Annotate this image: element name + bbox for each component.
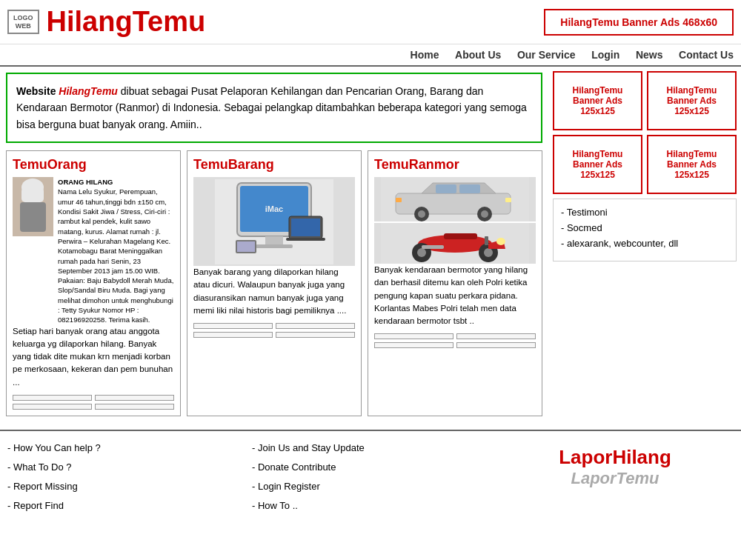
footer-link-5[interactable]: - Join Us and Stay Update	[252, 439, 489, 458]
card-orang-buttons	[13, 395, 174, 410]
footer-link-4[interactable]: - Report Find	[7, 496, 245, 516]
barang-btn-3[interactable]	[193, 332, 273, 338]
sidebar-ad-3[interactable]: HilangTemuBanner Ads125x125	[553, 135, 642, 194]
nav-login[interactable]: Login	[591, 49, 619, 61]
card-temu-ranmor: TemuRanmor	[368, 150, 542, 416]
svg-point-35	[496, 238, 505, 245]
bike-image	[374, 223, 536, 264]
sidebar-ad-4[interactable]: HilangTemuBanner Ads125x125	[647, 135, 737, 194]
card-barang-buttons	[193, 323, 355, 338]
svg-rect-4	[20, 202, 46, 232]
svg-rect-34	[422, 245, 444, 249]
svg-rect-25	[396, 198, 402, 202]
card-temu-barang: TemuBarang iMac	[187, 150, 362, 416]
svg-rect-32	[444, 233, 477, 239]
svg-rect-18	[436, 184, 456, 193]
brand-hilang: Hilang	[612, 446, 671, 468]
intro-box: Website HilangTemu dibuat sebagai Pusat …	[6, 73, 542, 143]
sidebar-links: - Testimoni - Socmed - alexarank, webcou…	[553, 199, 737, 261]
logo-line2: WEB	[13, 22, 33, 30]
banner-ads[interactable]: HilangTemu Banner Ads 468x60	[544, 9, 734, 36]
site-name-red: Temu	[133, 6, 206, 37]
footer-col-2: - Join Us and Stay Update - Donate Contr…	[252, 439, 489, 516]
site-title: HilangTemu	[47, 6, 206, 38]
nav: Home About Us Our Service Login News Con…	[0, 44, 741, 67]
ranmor-images	[374, 177, 536, 264]
nav-contact[interactable]: Contact Us	[679, 49, 734, 61]
svg-rect-19	[459, 184, 480, 193]
card-ranmor-title: TemuRanmor	[374, 157, 536, 173]
sidebar: HilangTemuBanner Ads125x125 HilangTemuBa…	[548, 67, 741, 430]
footer-brand-main: LaporHilang	[496, 446, 734, 469]
svg-rect-8	[265, 236, 283, 245]
svg-rect-33	[485, 236, 488, 245]
car-image	[374, 177, 536, 221]
svg-rect-9	[256, 244, 293, 248]
svg-point-29	[417, 248, 426, 257]
svg-rect-17	[396, 193, 511, 214]
svg-point-21	[418, 210, 425, 218]
ranmor-btn-3[interactable]	[374, 342, 453, 348]
ranmor-btn-1[interactable]	[374, 333, 453, 339]
footer-link-3[interactable]: - Report Missing	[7, 477, 245, 496]
card-temu-orang: TemuOrang	[6, 150, 181, 416]
barang-btn-2[interactable]	[276, 323, 355, 329]
card-orang-title: TemuOrang	[13, 157, 174, 173]
footer-link-6[interactable]: - Donate Contribute	[252, 458, 489, 477]
svg-rect-13	[286, 238, 325, 241]
nav-news[interactable]: News	[636, 49, 663, 61]
barang-btn-4[interactable]	[276, 332, 355, 338]
svg-rect-12	[291, 219, 320, 236]
svg-rect-15	[237, 241, 255, 252]
sidebar-ads-bottom: HilangTemuBanner Ads125x125 HilangTemuBa…	[553, 135, 737, 194]
ranmor-btn-4[interactable]	[456, 342, 536, 348]
orang-btn-4[interactable]	[95, 404, 174, 410]
person-card: ORANG HILANG Nama Lelu Syukur, Perempuan…	[13, 177, 174, 324]
svg-text:iMac: iMac	[265, 204, 283, 213]
barang-btn-1[interactable]	[193, 323, 273, 329]
orang-btn-1[interactable]	[13, 395, 92, 401]
svg-point-31	[484, 248, 493, 257]
footer-link-2[interactable]: - What To Do ?	[7, 458, 245, 477]
card-orang-text: Setiap hari banyak orang atau anggota ke…	[13, 325, 174, 389]
orang-btn-2[interactable]	[95, 395, 174, 401]
barang-image: iMac	[193, 177, 355, 266]
card-ranmor-text: Banyak kendaraan bermotor yang hilang da…	[374, 264, 536, 327]
footer-link-1[interactable]: - How You Can help ?	[7, 439, 245, 458]
svg-rect-24	[505, 198, 511, 202]
sidebar-link-3[interactable]: - alexarank, webcounter, dll	[561, 238, 728, 249]
main: Website HilangTemu dibuat sebagai Pusat …	[0, 67, 741, 430]
banner-ads-text: HilangTemu Banner Ads 468x60	[560, 16, 717, 28]
intro-site-name: Website HilangTemu	[16, 85, 118, 97]
svg-point-23	[481, 210, 488, 218]
site-name-black: Hilang	[47, 6, 133, 37]
footer-link-7[interactable]: - Login Register	[252, 477, 489, 496]
sidebar-link-2[interactable]: - Socmed	[561, 222, 728, 233]
nav-service[interactable]: Our Service	[517, 49, 576, 61]
footer-brand: LaporHilang LaporTemu	[496, 439, 734, 516]
card-barang-text: Banyak barang yang dilaporkan hilang ata…	[193, 266, 355, 317]
sidebar-link-1[interactable]: - Testimoni	[561, 207, 728, 218]
footer-col-1: - How You Can help ? - What To Do ? - Re…	[7, 439, 245, 516]
nav-about[interactable]: About Us	[455, 49, 501, 61]
footer-brand-sub: LaporTemu	[496, 469, 734, 488]
cards-row: TemuOrang	[6, 150, 542, 416]
svg-rect-3	[21, 187, 44, 202]
card-ranmor-buttons	[374, 333, 536, 348]
sidebar-ad-2[interactable]: HilangTemuBanner Ads125x125	[647, 71, 737, 130]
sidebar-ad-1[interactable]: HilangTemuBanner Ads125x125	[553, 71, 642, 130]
header: LOGO WEB HilangTemu HilangTemu Banner Ad…	[0, 0, 741, 44]
sidebar-ads-top: HilangTemuBanner Ads125x125 HilangTemuBa…	[553, 71, 737, 130]
logo-box: LOGO WEB	[7, 10, 39, 35]
person-image	[13, 177, 53, 236]
person-details: ORANG HILANG Nama Lelu Syukur, Perempuan…	[58, 177, 174, 324]
footer-link-8[interactable]: - How To ..	[252, 496, 489, 516]
card-barang-title: TemuBarang	[193, 157, 355, 173]
logo-line1: LOGO	[13, 14, 33, 22]
ranmor-btn-2[interactable]	[456, 333, 536, 339]
nav-home[interactable]: Home	[411, 49, 439, 61]
content-area: Website HilangTemu dibuat sebagai Pusat …	[0, 67, 548, 430]
brand-lapor: Lapor	[559, 446, 612, 468]
orang-btn-3[interactable]	[13, 404, 92, 410]
footer: - How You Can help ? - What To Do ? - Re…	[0, 430, 741, 523]
